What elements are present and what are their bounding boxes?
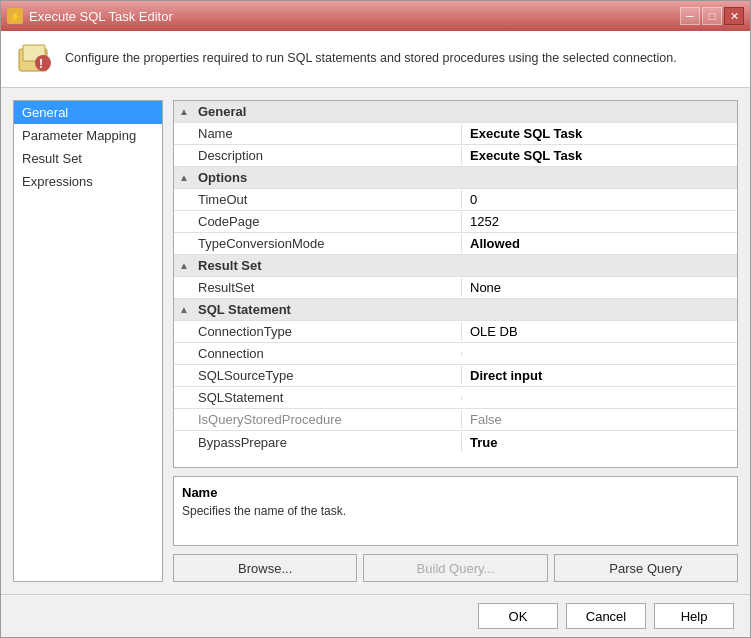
svg-point-2 xyxy=(35,55,51,71)
prop-value-timeout: 0 xyxy=(461,190,737,209)
prop-name-sqlstatement: SQLStatement xyxy=(194,388,461,407)
prop-name-timeout: TimeOut xyxy=(194,190,461,209)
prop-value-description: Execute SQL Task xyxy=(461,146,737,165)
prop-value-typeconversionmode: Allowed xyxy=(461,234,737,253)
prop-value-connection xyxy=(461,352,737,356)
section-options-toggle[interactable]: ▲ xyxy=(174,172,194,183)
prop-value-codepage: 1252 xyxy=(461,212,737,231)
main-window: ⚡ Execute SQL Task Editor ─ □ ✕ ! Config… xyxy=(0,0,751,638)
prop-value-sqlsourcetype: Direct input xyxy=(461,366,737,385)
help-button[interactable]: Help xyxy=(654,603,734,629)
title-bar: ⚡ Execute SQL Task Editor ─ □ ✕ xyxy=(1,1,750,31)
section-sql-toggle[interactable]: ▲ xyxy=(174,304,194,315)
section-result-set-label: Result Set xyxy=(194,256,737,275)
ok-button[interactable]: OK xyxy=(478,603,558,629)
prop-value-name: Execute SQL Task xyxy=(461,124,737,143)
prop-name-description: Description xyxy=(194,146,461,165)
left-nav-panel: General Parameter Mapping Result Set Exp… xyxy=(13,100,163,582)
sidebar-item-parameter-mapping[interactable]: Parameter Mapping xyxy=(14,124,162,147)
header-icon: ! xyxy=(17,41,53,77)
section-result-set: ▲ Result Set xyxy=(174,255,737,277)
prop-name-isquerystoredprocedure: IsQueryStoredProcedure xyxy=(194,410,461,429)
table-row: Description Execute SQL Task xyxy=(174,145,737,167)
section-options: ▲ Options xyxy=(174,167,737,189)
prop-name-connection: Connection xyxy=(194,344,461,363)
section-sql-label: SQL Statement xyxy=(194,300,737,319)
content-area: General Parameter Mapping Result Set Exp… xyxy=(1,88,750,594)
browse-button[interactable]: Browse... xyxy=(173,554,357,582)
section-options-label: Options xyxy=(194,168,737,187)
properties-table: ▲ General Name Execute SQL Task Descript… xyxy=(173,100,738,468)
table-row: TimeOut 0 xyxy=(174,189,737,211)
app-icon: ⚡ xyxy=(7,8,23,24)
table-row: BypassPrepare True xyxy=(174,431,737,453)
prop-name-name: Name xyxy=(194,124,461,143)
prop-name-codepage: CodePage xyxy=(194,212,461,231)
section-sql-statement: ▲ SQL Statement xyxy=(174,299,737,321)
minimize-button[interactable]: ─ xyxy=(680,7,700,25)
prop-name-bypassprepare: BypassPrepare xyxy=(194,433,461,452)
right-panel: ▲ General Name Execute SQL Task Descript… xyxy=(173,100,738,582)
info-panel-description: Specifies the name of the task. xyxy=(182,504,729,518)
maximize-button[interactable]: □ xyxy=(702,7,722,25)
prop-value-sqlstatement xyxy=(461,396,737,400)
info-panel: Name Specifies the name of the task. xyxy=(173,476,738,546)
parse-query-button[interactable]: Parse Query xyxy=(554,554,738,582)
title-bar-left: ⚡ Execute SQL Task Editor xyxy=(7,8,233,24)
section-general-toggle[interactable]: ▲ xyxy=(174,106,194,117)
cancel-button[interactable]: Cancel xyxy=(566,603,646,629)
sidebar-item-expressions[interactable]: Expressions xyxy=(14,170,162,193)
table-row: Connection xyxy=(174,343,737,365)
prop-name-sqlsourcetype: SQLSourceType xyxy=(194,366,461,385)
close-button[interactable]: ✕ xyxy=(724,7,744,25)
action-buttons-row: Browse... Build Query... Parse Query xyxy=(173,554,738,582)
table-row: ResultSet None xyxy=(174,277,737,299)
sidebar-item-result-set[interactable]: Result Set xyxy=(14,147,162,170)
footer-area: OK Cancel Help xyxy=(1,594,750,637)
section-general: ▲ General xyxy=(174,101,737,123)
window-title: Execute SQL Task Editor xyxy=(29,9,173,24)
prop-value-connectiontype: OLE DB xyxy=(461,322,737,341)
prop-name-resultset: ResultSet xyxy=(194,278,461,297)
prop-value-isquerystoredprocedure: False xyxy=(461,410,737,429)
header-description: Configure the properties required to run… xyxy=(65,50,677,68)
prop-value-bypassprepare: True xyxy=(461,433,737,452)
svg-text:!: ! xyxy=(39,57,43,71)
table-row: TypeConversionMode Allowed xyxy=(174,233,737,255)
sidebar-item-general[interactable]: General xyxy=(14,101,162,124)
info-panel-title: Name xyxy=(182,485,729,500)
build-query-button[interactable]: Build Query... xyxy=(363,554,547,582)
table-row: IsQueryStoredProcedure False xyxy=(174,409,737,431)
table-row: ConnectionType OLE DB xyxy=(174,321,737,343)
table-row: CodePage 1252 xyxy=(174,211,737,233)
section-general-label: General xyxy=(194,102,737,121)
table-row: Name Execute SQL Task xyxy=(174,123,737,145)
table-row: SQLStatement xyxy=(174,387,737,409)
window-controls: ─ □ ✕ xyxy=(680,7,744,25)
table-row: SQLSourceType Direct input xyxy=(174,365,737,387)
section-result-set-toggle[interactable]: ▲ xyxy=(174,260,194,271)
prop-value-resultset: None xyxy=(461,278,737,297)
prop-name-typeconversionmode: TypeConversionMode xyxy=(194,234,461,253)
header-area: ! Configure the properties required to r… xyxy=(1,31,750,88)
prop-name-connectiontype: ConnectionType xyxy=(194,322,461,341)
